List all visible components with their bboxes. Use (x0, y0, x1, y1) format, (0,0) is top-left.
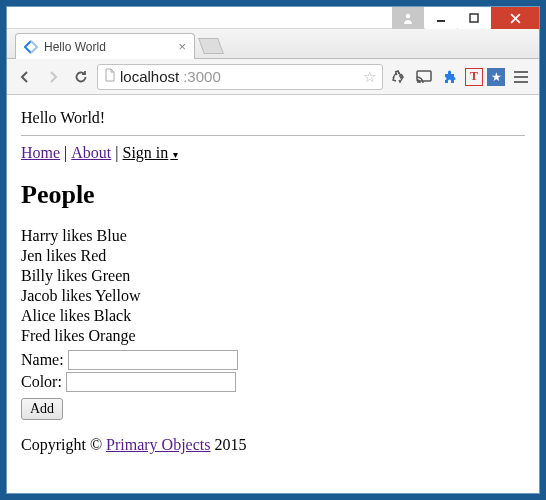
url-host: localhost (120, 68, 179, 85)
cast-icon[interactable] (413, 66, 435, 88)
tab-title: Hello World (44, 40, 106, 54)
footer-link[interactable]: Primary Objects (106, 436, 210, 453)
titlebar (7, 7, 539, 29)
recycle-icon[interactable] (387, 66, 409, 88)
nav-home-link[interactable]: Home (21, 144, 60, 161)
copyright-prefix: Copyright © (21, 436, 106, 453)
list-item: Billy likes Green (21, 266, 525, 286)
svg-point-0 (406, 14, 410, 18)
user-icon[interactable] (392, 7, 424, 29)
nav-about-link[interactable]: About (71, 144, 111, 161)
footer: Copyright © Primary Objects 2015 (21, 436, 525, 454)
nav-separator: | (64, 144, 67, 161)
color-row: Color: (21, 372, 525, 392)
greeting-text: Hello World! (21, 109, 525, 127)
divider (21, 135, 525, 136)
puzzle-icon[interactable] (439, 66, 461, 88)
browser-tab[interactable]: Hello World × (15, 33, 195, 59)
list-item: Jen likes Red (21, 246, 525, 266)
list-item: Alice likes Black (21, 306, 525, 326)
back-button[interactable] (13, 65, 37, 89)
hamburger-menu-button[interactable] (509, 65, 533, 89)
name-input[interactable] (68, 350, 238, 370)
new-tab-button[interactable] (198, 38, 224, 54)
reload-button[interactable] (69, 65, 93, 89)
page-icon (104, 68, 116, 85)
address-bar[interactable]: localhost:3000 ☆ (97, 64, 383, 90)
url-port: :3000 (183, 68, 221, 85)
star-extension-icon[interactable]: ★ (487, 68, 505, 86)
svg-rect-1 (437, 20, 445, 22)
browser-window: Hello World × localhost:3000 ☆ (6, 6, 540, 494)
color-input[interactable] (66, 372, 236, 392)
list-item: Fred likes Orange (21, 326, 525, 346)
svg-rect-2 (470, 14, 478, 22)
dropdown-caret-icon: ▾ (170, 149, 178, 160)
list-item: Harry likes Blue (21, 226, 525, 246)
forward-button[interactable] (41, 65, 65, 89)
nav-separator: | (115, 144, 118, 161)
tab-close-icon[interactable]: × (178, 39, 186, 54)
maximize-button[interactable] (458, 7, 490, 29)
color-label: Color: (21, 373, 62, 391)
list-item: Jacob likes Yellow (21, 286, 525, 306)
people-list: Harry likes Blue Jen likes Red Billy lik… (21, 226, 525, 346)
add-button[interactable]: Add (21, 398, 63, 420)
svg-rect-3 (417, 71, 431, 81)
nav-signin-link[interactable]: Sign in ▾ (123, 144, 178, 161)
nav-links: Home|About|Sign in ▾ (21, 144, 525, 162)
signin-label: Sign in (123, 144, 169, 161)
name-label: Name: (21, 351, 64, 369)
copyright-suffix: 2015 (210, 436, 246, 453)
people-heading: People (21, 180, 525, 210)
favicon-icon (24, 40, 38, 54)
close-button[interactable] (491, 7, 539, 29)
tab-strip: Hello World × (7, 29, 539, 59)
minimize-button[interactable] (425, 7, 457, 29)
svg-point-4 (417, 81, 419, 83)
page-content: Hello World! Home|About|Sign in ▾ People… (7, 95, 539, 493)
toolbar: localhost:3000 ☆ T ★ (7, 59, 539, 95)
t-extension-icon[interactable]: T (465, 68, 483, 86)
bookmark-star-icon[interactable]: ☆ (363, 68, 376, 86)
name-row: Name: (21, 350, 525, 370)
